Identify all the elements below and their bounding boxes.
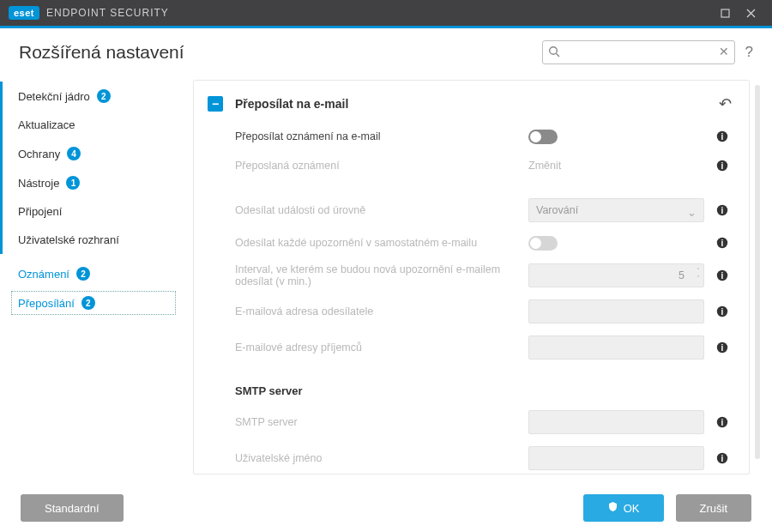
ok-button[interactable]: OK <box>583 494 664 522</box>
row-label-separate: Odesílat každé upozornění v samostatném … <box>235 237 528 249</box>
svg-text:i: i <box>721 454 724 463</box>
chevron-down-icon: ˅ <box>697 275 700 282</box>
svg-text:i: i <box>721 418 724 427</box>
sidebar-sub-notifications[interactable]: Oznámení 2 <box>0 259 179 288</box>
sidebar-item-label: Oznámení <box>18 268 69 281</box>
sidebar-item-protections[interactable]: Ochrany 4 <box>0 139 179 168</box>
info-icon[interactable]: i <box>713 237 732 249</box>
svg-text:i: i <box>721 206 724 215</box>
search-input[interactable] <box>542 40 735 64</box>
smtp-heading: SMTP server <box>194 366 749 404</box>
sidebar-badge: 2 <box>97 89 111 103</box>
info-icon[interactable]: i <box>713 416 732 428</box>
info-icon[interactable]: i <box>713 305 732 317</box>
search-field[interactable]: ✕ <box>542 40 735 64</box>
section-title: Přeposílat na e-mail <box>235 97 348 111</box>
toggle-forward[interactable] <box>528 130 558 144</box>
titlebar: eset ENDPOINT SECURITY <box>0 0 772 26</box>
svg-text:i: i <box>721 239 724 248</box>
sidebar-item-label: Připojení <box>18 205 62 218</box>
undo-icon[interactable]: ↶ <box>719 94 732 113</box>
sidebar-item-label: Ochrany <box>18 148 60 160</box>
change-link: Změnit <box>528 160 561 172</box>
svg-point-1 <box>549 47 557 55</box>
product-name: ENDPOINT SECURITY <box>46 7 169 19</box>
svg-text:i: i <box>721 307 724 317</box>
header: Rozšířená nastavení ✕ ? <box>0 28 772 73</box>
settings-panel: − Přeposílat na e-mail ↶ Přeposílat ozná… <box>193 80 750 475</box>
row-label-smtp-user: Uživatelské jméno <box>235 452 528 464</box>
cancel-button[interactable]: Zrušit <box>676 494 752 522</box>
chevron-up-icon: ˄ <box>697 267 700 275</box>
svg-rect-0 <box>721 9 729 17</box>
toggle-separate <box>528 236 558 251</box>
window-maximize-icon[interactable] <box>712 0 738 26</box>
sidebar-item-ui[interactable]: Uživatelské rozhraní <box>0 226 179 254</box>
row-label-smtp-server: SMTP server <box>235 416 528 428</box>
row-label-forward: Přeposílat oznámení na e-mail <box>235 130 528 142</box>
sidebar-item-label: Uživatelské rozhraní <box>18 233 119 246</box>
select-value: Varování <box>536 204 578 216</box>
sidebar-item-label: Přeposílání <box>18 297 75 310</box>
shield-icon <box>607 501 618 515</box>
sidebar-item-update[interactable]: Aktualizace <box>0 111 179 139</box>
default-button[interactable]: Standardní <box>21 494 124 522</box>
sidebar-item-label: Detekční jádro <box>18 90 90 103</box>
svg-text:i: i <box>721 161 724 171</box>
sidebar-item-connection[interactable]: Připojení <box>0 197 179 226</box>
collapse-icon[interactable]: − <box>208 96 223 112</box>
svg-text:i: i <box>721 343 724 353</box>
sidebar-badge: 4 <box>67 147 81 160</box>
row-label-forwarded: Přeposlaná oznámení <box>235 160 528 172</box>
page-title: Rozšířená nastavení <box>19 42 184 63</box>
clear-icon[interactable]: ✕ <box>719 45 729 58</box>
sidebar-item-label: Nástroje <box>18 177 59 190</box>
sidebar-badge: 2 <box>81 296 95 310</box>
sidebar: Detekční jádro 2 Aktualizace Ochrany 4 N… <box>0 73 184 485</box>
info-icon[interactable]: i <box>713 204 732 216</box>
info-icon[interactable]: i <box>713 130 732 142</box>
window-close-icon[interactable] <box>738 0 763 26</box>
row-label-interval: Interval, ve kterém se budou nová upozor… <box>235 263 528 287</box>
row-label-level: Odesílat události od úrovně <box>235 204 528 216</box>
row-label-sender: E-mailová adresa odesílatele <box>235 305 528 317</box>
input-recipients <box>528 336 704 360</box>
brand-badge: eset <box>9 6 39 20</box>
sidebar-badge: 1 <box>66 176 80 190</box>
input-smtp-server <box>528 410 704 434</box>
input-smtp-user <box>528 446 704 470</box>
search-icon <box>548 45 560 61</box>
sidebar-item-detection-core[interactable]: Detekční jádro 2 <box>0 82 179 111</box>
help-icon[interactable]: ? <box>745 44 753 61</box>
sidebar-item-label: Aktualizace <box>18 118 75 131</box>
stepper-value: 5 <box>679 269 685 281</box>
footer: Standardní OK Zrušit <box>0 484 772 532</box>
info-icon[interactable]: i <box>713 452 732 464</box>
row-label-recipients: E-mailové adresy příjemců <box>235 342 528 354</box>
svg-text:i: i <box>721 132 724 142</box>
stepper-interval: 5 ˄˅ <box>528 263 704 287</box>
svg-text:i: i <box>721 271 724 281</box>
sidebar-sub-forwarding[interactable]: Přeposílání 2 <box>0 288 179 317</box>
scrollbar[interactable] <box>755 85 760 459</box>
info-icon[interactable]: i <box>713 342 732 354</box>
ok-label: OK <box>624 502 640 515</box>
info-icon[interactable]: i <box>713 160 732 172</box>
select-level: Varování ⌄ <box>528 198 704 222</box>
sidebar-item-tools[interactable]: Nástroje 1 <box>0 168 179 197</box>
chevron-down-icon: ⌄ <box>687 206 697 219</box>
input-sender <box>528 299 704 323</box>
sidebar-badge: 2 <box>76 267 90 281</box>
info-icon[interactable]: i <box>713 269 732 281</box>
